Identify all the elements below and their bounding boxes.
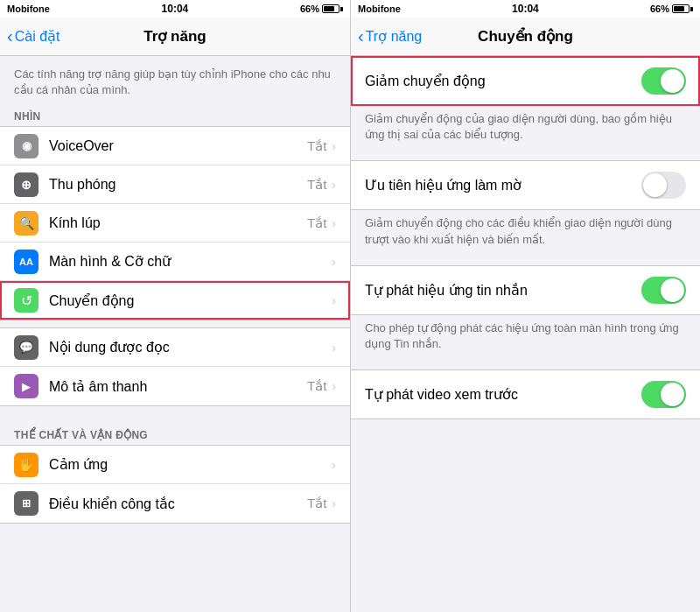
audiodesc-chevron-icon: › bbox=[332, 379, 336, 393]
audiodesc-icon: ▶ bbox=[22, 380, 31, 393]
audiodesc-label: Mô tả âm thanh bbox=[49, 378, 307, 395]
list-item-voiceover[interactable]: ◉ VoiceOver Tắt › bbox=[0, 127, 350, 165]
motion-group-video: Tự phát video xem trước bbox=[351, 369, 700, 419]
right-battery-icon bbox=[672, 4, 693, 13]
touch-icon: ✋ bbox=[18, 456, 35, 473]
left-time: 10:04 bbox=[162, 3, 189, 15]
right-content: Giảm chuyển động Giảm chuyển động của gi… bbox=[351, 56, 700, 612]
switch-value: Tắt bbox=[307, 496, 326, 511]
zoom-icon: ⊕ bbox=[21, 178, 32, 192]
list-item-spoken[interactable]: 💬 Nội dung được đọc › bbox=[0, 328, 350, 367]
display-label: Màn hình & Cỡ chữ bbox=[49, 253, 326, 270]
left-nav-bar: ‹ Cài đặt Trợ năng bbox=[0, 18, 350, 56]
right-back-chevron-icon: ‹ bbox=[358, 27, 364, 45]
motion-group-messages: Tự phát hiệu ứng tin nhắn bbox=[351, 265, 700, 315]
reduce-motion-toggle[interactable] bbox=[641, 67, 686, 95]
spoken-chevron-icon: › bbox=[332, 341, 336, 355]
magnifier-value: Tắt bbox=[307, 215, 326, 231]
voiceover-icon: ◉ bbox=[22, 139, 32, 152]
list-item-zoom[interactable]: ⊕ Thu phóng Tắt › bbox=[0, 165, 350, 204]
left-carrier: Mobifone bbox=[7, 4, 50, 14]
zoom-value: Tắt bbox=[307, 177, 326, 193]
motion-item-reduce[interactable]: Giảm chuyển động bbox=[351, 57, 700, 105]
list-item-motion[interactable]: ↺ Chuyển động › bbox=[0, 281, 350, 320]
switch-label: Điều khiển công tắc bbox=[49, 496, 307, 512]
auto-play-msg-toggle[interactable] bbox=[641, 277, 686, 304]
list-item-display[interactable]: AA Màn hình & Cỡ chữ › bbox=[0, 243, 350, 281]
touch-chevron-icon: › bbox=[332, 458, 336, 472]
auto-play-msg-label: Tự phát hiệu ứng tin nhắn bbox=[365, 282, 641, 299]
right-back-button[interactable]: ‹ Trợ năng bbox=[358, 28, 422, 45]
motion-item-video[interactable]: Tự phát video xem trước bbox=[351, 370, 700, 419]
section-header-nhin: NHÌN bbox=[0, 105, 350, 126]
touch-label: Cảm ứng bbox=[49, 456, 332, 473]
left-status-bar: Mobifone 10:04 66% bbox=[0, 0, 350, 18]
auto-play-msg-desc: Cho phép tự động phát các hiệu ứng toàn … bbox=[351, 315, 700, 362]
audiodesc-icon-box: ▶ bbox=[14, 374, 38, 398]
voiceover-icon-box: ◉ bbox=[14, 134, 38, 158]
zoom-chevron-icon: › bbox=[332, 178, 336, 192]
left-content: Các tính năng trợ năng giúp bạn tùy chỉn… bbox=[0, 56, 350, 612]
right-back-label: Trợ năng bbox=[366, 28, 423, 45]
motion-label: Chuyển động bbox=[49, 292, 326, 309]
zoom-icon-box: ⊕ bbox=[14, 172, 38, 197]
left-back-label: Cài đặt bbox=[15, 28, 60, 45]
right-battery-percent: 66% bbox=[650, 4, 669, 14]
list-item-magnifier[interactable]: 🔍 Kính lúp Tắt › bbox=[0, 204, 350, 243]
voiceover-label: VoiceOver bbox=[49, 138, 307, 154]
motion-item-blur[interactable]: Ưu tiên hiệu ứng làm mờ bbox=[351, 161, 700, 209]
magnifier-icon: 🔍 bbox=[19, 216, 34, 230]
battery-percent: 66% bbox=[300, 4, 319, 14]
list-group-nhin: ◉ VoiceOver Tắt › ⊕ Thu phóng Tắt › 🔍 Kí… bbox=[0, 126, 350, 320]
touch-icon-box: ✋ bbox=[14, 453, 38, 477]
reduce-motion-desc: Giảm chuyển động của giao diện người dùn… bbox=[351, 106, 700, 153]
voiceover-chevron-icon: › bbox=[332, 139, 336, 153]
audiodesc-value: Tắt bbox=[307, 378, 326, 394]
motion-group-blur: Ưu tiên hiệu ứng làm mờ bbox=[351, 160, 700, 210]
spoken-label: Nội dung được đọc bbox=[49, 339, 332, 355]
voiceover-value: Tắt bbox=[307, 138, 326, 154]
zoom-label: Thu phóng bbox=[49, 177, 307, 193]
prefer-blur-desc: Giảm chuyển động cho các điều khiển giao… bbox=[351, 210, 700, 257]
right-time: 10:04 bbox=[512, 3, 539, 15]
right-nav-title: Chuyển động bbox=[478, 27, 573, 46]
left-description: Các tính năng trợ năng giúp bạn tùy chỉn… bbox=[0, 56, 350, 105]
prefer-blur-toggle[interactable] bbox=[641, 172, 686, 199]
reduce-motion-label: Giảm chuyển động bbox=[365, 73, 641, 89]
switch-icon: ⊞ bbox=[22, 497, 31, 510]
right-carrier: Mobifone bbox=[358, 4, 401, 14]
list-item-touch[interactable]: ✋ Cảm ứng › bbox=[0, 446, 350, 484]
left-battery-area: 66% bbox=[300, 4, 343, 14]
switch-chevron-icon: › bbox=[332, 496, 336, 510]
left-nav-title: Trợ năng bbox=[144, 27, 206, 46]
display-chevron-icon: › bbox=[332, 255, 336, 269]
list-group-physical: ✋ Cảm ứng › ⊞ Điều khiển công tắc Tắt › bbox=[0, 445, 350, 524]
section-header-physical: THỂ CHẤT VÀ VẬN ĐỘNG bbox=[0, 424, 350, 445]
magnifier-label: Kính lúp bbox=[49, 215, 307, 231]
right-panel: Mobifone 10:04 66% ‹ Trợ năng Chuyển độn… bbox=[350, 0, 700, 612]
list-group-spoken: 💬 Nội dung được đọc › ▶ Mô tả âm thanh T… bbox=[0, 327, 350, 406]
right-battery-area: 66% bbox=[650, 4, 693, 14]
magnifier-icon-box: 🔍 bbox=[14, 211, 38, 236]
motion-chevron-icon: › bbox=[332, 293, 336, 307]
spoken-icon-box: 💬 bbox=[14, 335, 38, 360]
motion-group-reduce: Giảm chuyển động bbox=[351, 56, 700, 106]
reduce-motion-thumb bbox=[661, 69, 684, 93]
display-icon-box: AA bbox=[14, 250, 38, 274]
left-back-chevron-icon: ‹ bbox=[7, 27, 13, 45]
left-panel: Mobifone 10:04 66% ‹ Cài đặt Trợ năng Cá… bbox=[0, 0, 350, 612]
auto-play-msg-thumb bbox=[661, 278, 684, 302]
display-icon: AA bbox=[19, 257, 33, 267]
motion-icon-box: ↺ bbox=[14, 288, 38, 313]
magnifier-chevron-icon: › bbox=[332, 216, 336, 230]
auto-play-video-toggle[interactable] bbox=[641, 381, 686, 408]
list-item-switch[interactable]: ⊞ Điều khiển công tắc Tắt › bbox=[0, 484, 350, 523]
motion-item-messages[interactable]: Tự phát hiệu ứng tin nhắn bbox=[351, 266, 700, 314]
prefer-blur-label: Ưu tiên hiệu ứng làm mờ bbox=[365, 177, 641, 193]
left-back-button[interactable]: ‹ Cài đặt bbox=[7, 28, 60, 45]
auto-play-video-thumb bbox=[661, 383, 684, 406]
prefer-blur-thumb bbox=[643, 173, 667, 197]
motion-icon: ↺ bbox=[21, 292, 32, 309]
auto-play-video-label: Tự phát video xem trước bbox=[365, 386, 641, 403]
list-item-audiodesc[interactable]: ▶ Mô tả âm thanh Tắt › bbox=[0, 367, 350, 405]
